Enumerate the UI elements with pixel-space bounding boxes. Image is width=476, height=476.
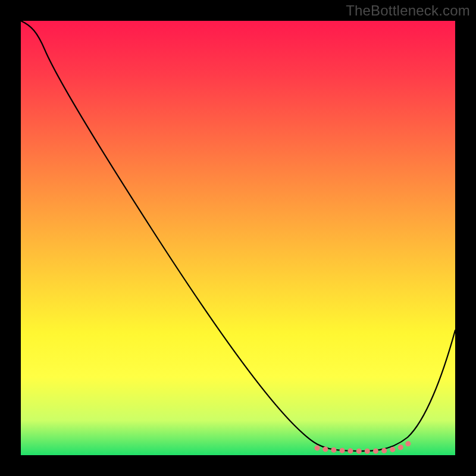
curve-layer — [21, 21, 455, 455]
chart-frame: TheBottleneck.com — [0, 0, 476, 476]
plot-area — [21, 21, 455, 455]
watermark-text: TheBottleneck.com — [346, 2, 470, 19]
bottleneck-curve — [21, 21, 455, 451]
